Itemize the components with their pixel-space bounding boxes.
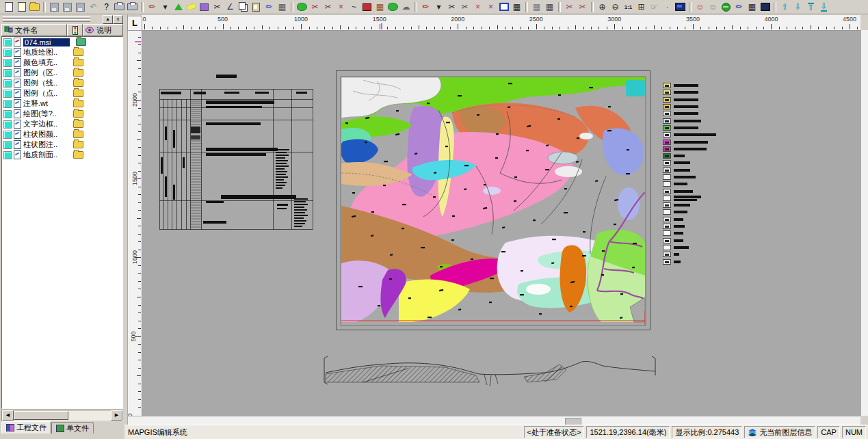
canvas-vertical-scrollbar[interactable] [860, 30, 868, 416]
node-x-2-button[interactable]: × [484, 1, 497, 13]
file-row[interactable]: 地质剖面.. [2, 150, 122, 160]
file-visibility-checkbox[interactable] [3, 49, 12, 57]
area-cut-button[interactable]: ✂ [308, 1, 321, 13]
file-name[interactable]: 注释.wt [23, 98, 67, 109]
edit-dropdown-button[interactable]: ▾ [159, 1, 172, 13]
panel-close-button[interactable]: x [113, 15, 123, 24]
folder-icon[interactable] [73, 141, 83, 148]
folder-icon[interactable] [73, 110, 83, 118]
file-visibility-checkbox[interactable] [3, 141, 12, 149]
file-name[interactable]: 颜色填充.. [23, 57, 67, 68]
folder-icon[interactable] [73, 69, 83, 77]
save-all-button[interactable] [74, 1, 87, 13]
file-row[interactable]: 图例（点.. [2, 88, 122, 98]
paste-button[interactable] [250, 1, 263, 13]
cut-tool-button[interactable]: ✂ [211, 1, 224, 13]
micro-dot-button[interactable]: · [661, 1, 674, 13]
file-row[interactable]: 图例（区.. [2, 68, 122, 78]
open-template-button[interactable] [15, 1, 28, 13]
file-row[interactable]: 文字边框.. [2, 119, 122, 129]
file-visibility-checkbox[interactable] [3, 100, 12, 108]
display-switch-button[interactable] [674, 1, 687, 13]
tab-single-file[interactable]: 单文件 [51, 422, 94, 434]
polyline-edit-button[interactable]: ~ [347, 1, 360, 13]
highlighter-button[interactable] [185, 1, 198, 13]
open-folder-button[interactable] [28, 1, 41, 13]
line-dropdown-button[interactable]: ▾ [432, 1, 445, 13]
line-x-cut-button[interactable]: ✂ [563, 1, 576, 13]
print-preview-button[interactable] [113, 1, 126, 13]
file-visibility-checkbox[interactable] [3, 151, 12, 159]
panel-grip[interactable]: ▴ x [0, 14, 124, 23]
grid-fill-pen-button[interactable]: ▦ [373, 1, 386, 13]
dark-grid-pen-button[interactable]: ▦ [510, 1, 523, 13]
scroll-thumb[interactable] [14, 411, 68, 420]
move-up-button[interactable]: ⇧ [778, 1, 791, 13]
stamp-tool-button[interactable] [198, 1, 211, 13]
panel-minimize-button[interactable]: ▴ [103, 15, 113, 24]
folder-icon[interactable] [73, 59, 83, 66]
line-cut-button[interactable]: ✂ [445, 1, 458, 13]
file-name[interactable]: 文字边框.. [23, 119, 67, 129]
file-name[interactable]: 柱状图颜.. [23, 129, 67, 139]
file-visibility-checkbox[interactable] [3, 90, 12, 98]
file-visibility-checkbox[interactable] [3, 120, 12, 129]
file-visibility-checkbox[interactable] [3, 131, 12, 139]
file-visibility-checkbox[interactable] [3, 110, 12, 118]
file-row[interactable]: 地质绘图.. [2, 47, 122, 57]
file-visibility-checkbox[interactable] [3, 59, 12, 67]
node-move-button[interactable]: × [334, 1, 347, 13]
node-x-button[interactable]: × [471, 1, 484, 13]
scroll-left-button[interactable]: ◀ [2, 410, 14, 421]
area-cloud-button[interactable]: ☁ [399, 1, 412, 13]
file-visibility-checkbox[interactable] [3, 79, 12, 88]
area-create-button[interactable] [295, 1, 308, 13]
zoom-out-button[interactable]: ⊖ [609, 1, 622, 13]
dark-map-button[interactable] [759, 1, 772, 13]
file-row[interactable]: 柱状图颜.. [2, 129, 122, 139]
angle-tool-button[interactable]: ∠ [224, 1, 237, 13]
file-name[interactable]: 绘图(等?.. [23, 109, 67, 119]
map-canvas[interactable] [142, 30, 860, 416]
line-edit-pen-button[interactable]: ✏ [419, 1, 432, 13]
file-visibility-checkbox[interactable] [3, 69, 12, 77]
save-button[interactable] [48, 1, 61, 13]
canvas-horizontal-scrollbar[interactable] [127, 416, 860, 425]
file-row[interactable]: 颜色填充.. [2, 57, 122, 68]
zoom-1-1-button[interactable]: 1:1 [622, 1, 635, 13]
file-row[interactable]: 柱状图注.. [2, 139, 122, 150]
line-cut-2-button[interactable]: ✂ [458, 1, 471, 13]
grid-b-button[interactable]: ▦ [543, 1, 556, 13]
file-row[interactable]: 注释.wt [2, 98, 122, 109]
scroll-right-button[interactable]: ▶ [111, 410, 122, 421]
line-x-cut-2-button[interactable]: ✂ [576, 1, 589, 13]
annotate-pen-button[interactable]: ✏ [733, 1, 746, 13]
globe-tool-button[interactable] [720, 1, 733, 13]
area-fill-button[interactable] [360, 1, 373, 13]
folder-icon[interactable] [73, 100, 83, 107]
file-name[interactable]: 地质绘图.. [23, 47, 67, 57]
green-folder-icon[interactable] [76, 38, 86, 46]
scroll-track[interactable] [14, 411, 111, 420]
zoom-page-button[interactable]: ⊞ [635, 1, 648, 13]
panel-splitter[interactable] [124, 14, 128, 425]
zoom-in-button[interactable]: ⊕ [596, 1, 609, 13]
ruler-corner-button[interactable]: L [127, 16, 142, 31]
move-bottom-button[interactable]: ⇩ [817, 1, 830, 13]
move-down-button[interactable]: ⇩ [791, 1, 804, 13]
grid-a-button[interactable]: ▦ [530, 1, 543, 13]
context-help-button[interactable]: ? [100, 1, 113, 13]
folder-icon[interactable] [73, 90, 83, 97]
file-name[interactable]: 074.msi [23, 38, 70, 46]
tab-project-files[interactable]: 工程文件 [1, 421, 51, 434]
print-button[interactable] [126, 1, 139, 13]
file-name[interactable]: 地质剖面.. [23, 150, 67, 160]
pan-hand-button[interactable]: ☞ [648, 1, 661, 13]
folder-icon[interactable] [73, 131, 83, 138]
region-view-button[interactable] [172, 1, 185, 13]
file-row[interactable]: 074.msi [2, 37, 122, 47]
filename-column-header[interactable]: 文件名 [1, 24, 67, 36]
area-split-button[interactable]: ✂ [321, 1, 334, 13]
file-name[interactable]: 图例（点.. [23, 88, 67, 98]
blue-pen-button[interactable]: ✏ [263, 1, 276, 13]
